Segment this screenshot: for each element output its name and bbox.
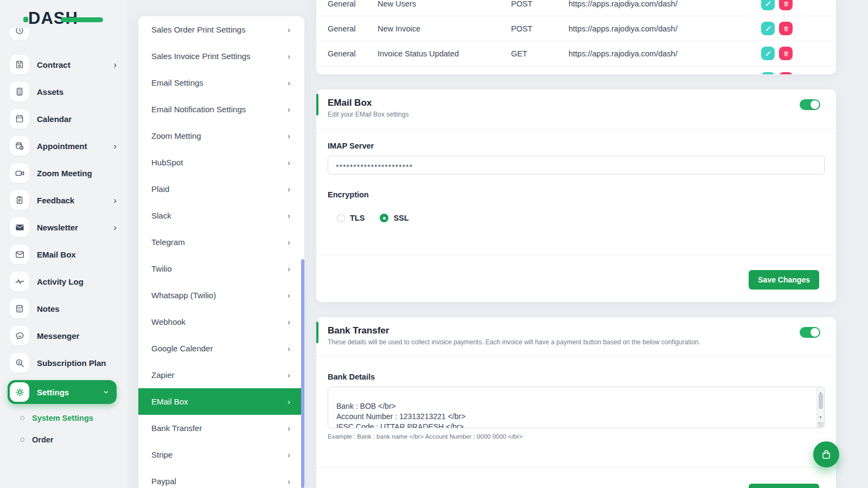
shop-fab-button[interactable]	[813, 441, 839, 467]
submenu-item[interactable]: Telegram	[138, 229, 304, 255]
bank-transfer-toggle[interactable]	[800, 327, 820, 338]
encryption-options: TLS SSL	[337, 214, 825, 222]
pencil-icon	[765, 1, 771, 7]
submenu-item[interactable]: Paypal	[138, 468, 304, 488]
sidebar-item[interactable]: $ Subscription Plan	[10, 353, 117, 373]
cell-module: General	[316, 0, 378, 8]
submenu-item-label: Zapier	[151, 370, 175, 380]
sidebar-item[interactable]: Appointment	[10, 136, 117, 156]
cell-module: General	[316, 49, 378, 58]
sidebar-item-label: Subscription Plan	[37, 358, 106, 368]
scroll-down-icon[interactable]	[817, 412, 824, 422]
sidebar-item-icon	[10, 190, 29, 210]
sidebar-item-icon	[10, 217, 29, 237]
submenu-item[interactable]: Sales Order Print Settings	[138, 16, 304, 43]
submenu-item[interactable]: Zapier	[138, 362, 304, 388]
bank-transfer-card: Bank Transfer These details will be used…	[316, 317, 836, 488]
submenu-item[interactable]: Slack	[138, 202, 304, 229]
radio-ssl[interactable]: SSL	[380, 214, 409, 222]
sidebar-item-icon	[10, 326, 29, 345]
submenu-item-label: Email Notification Settings	[151, 105, 246, 114]
submenu-item[interactable]: Sales Invoice Print Settings	[138, 43, 304, 69]
sidebar-item-label: Notes	[37, 304, 60, 313]
sidebar-item[interactable]: Contract	[10, 55, 117, 74]
cell-action: New Invoice	[378, 24, 511, 33]
edit-button[interactable]	[761, 72, 775, 75]
save-changes-button[interactable]: Save Changes	[749, 484, 819, 488]
sidebar-item-clipped[interactable]	[10, 28, 117, 40]
submenu-item-label: Email Settings	[151, 78, 203, 87]
submenu-item[interactable]: Stripe	[138, 441, 304, 468]
sidebar-settings-label: Settings	[37, 388, 69, 397]
submenu-item[interactable]: Email Notification Settings	[138, 96, 304, 123]
sidebar-subitem-system-settings[interactable]: System Settings	[20, 410, 117, 426]
settings-submenu-panel: Sales Order Print Settings Sales Invoice…	[138, 16, 304, 488]
submenu-item[interactable]: EMail Box	[138, 388, 304, 415]
chevron-right-icon	[288, 397, 290, 406]
sidebar-item[interactable]: Assets	[10, 82, 117, 101]
sidebar-item[interactable]: Zoom Meeting	[10, 163, 117, 183]
cell-action: Invoice Status Updated	[378, 49, 511, 58]
submenu-item[interactable]: Plaid	[138, 176, 304, 202]
radio-tls[interactable]: TLS	[337, 214, 365, 222]
delete-button[interactable]	[779, 22, 793, 35]
sidebar-item[interactable]: Feedback	[10, 190, 117, 210]
edit-button[interactable]	[761, 47, 775, 60]
submenu-item[interactable]: Webhook	[138, 309, 304, 335]
sidebar-item[interactable]: Calendar	[10, 109, 117, 129]
delete-button[interactable]	[779, 72, 793, 75]
sidebar-item-label: Assets	[37, 87, 63, 97]
submenu-item[interactable]: Zoom Metting	[138, 123, 304, 149]
sidebar-item[interactable]: Notes	[10, 299, 117, 318]
sidebar-item-label: Activity Log	[37, 277, 84, 286]
chevron-right-icon	[113, 60, 117, 69]
chevron-right-icon	[288, 105, 290, 114]
delete-button[interactable]	[779, 0, 793, 10]
resize-grip-icon[interactable]	[818, 422, 824, 427]
submenu-item-label: Stripe	[151, 450, 173, 459]
sidebar-item-icon	[10, 163, 29, 183]
table-row: General New Invoice POST https://apps.ra…	[316, 16, 836, 41]
email-box-toggle[interactable]	[800, 99, 820, 110]
sidebar: DASH Contract Assets Calendar	[0, 0, 127, 488]
save-changes-button[interactable]: Save Changes	[749, 270, 819, 290]
sidebar-item[interactable]: Messenger	[10, 326, 117, 345]
submenu-item[interactable]: HubSpot	[138, 149, 304, 176]
cell-method: POST	[511, 0, 569, 8]
bullet-icon	[20, 438, 24, 442]
sidebar-item-settings[interactable]: Settings	[8, 380, 117, 404]
sidebar-subitem-order[interactable]: Order	[20, 432, 117, 447]
chevron-right-icon	[113, 223, 117, 232]
submenu-item-label: Whatsapp (Twilio)	[151, 291, 216, 300]
bank-details-textarea[interactable]: Bank : BOB </br> Account Number : 123132…	[328, 387, 825, 428]
submenu-item[interactable]: Google Calender	[138, 335, 304, 362]
sidebar-item-icon	[10, 82, 29, 101]
chevron-right-icon	[288, 211, 290, 220]
submenu-item[interactable]: Email Settings	[138, 69, 304, 96]
toggle-knob	[810, 100, 819, 109]
submenu-item-label: Twilio	[151, 264, 172, 273]
edit-button[interactable]	[761, 22, 775, 35]
scrollbar-thumb[interactable]	[819, 394, 823, 409]
imap-server-input[interactable]	[328, 156, 825, 175]
submenu-item[interactable]: Bank Transfer	[138, 415, 304, 441]
submenu-item[interactable]: Whatsapp (Twilio)	[138, 282, 304, 309]
bank-details-label: Bank Details	[328, 373, 825, 381]
sidebar-item-label: Messenger	[37, 331, 79, 341]
email-box-footer: Save Changes	[316, 255, 836, 302]
sidebar-item[interactable]: Activity Log	[10, 272, 117, 291]
submenu-item[interactable]: Twilio	[138, 255, 304, 282]
submenu-scrollbar-thumb[interactable]	[301, 259, 304, 488]
chevron-right-icon	[288, 25, 290, 34]
chevron-right-icon	[288, 291, 290, 300]
sidebar-item[interactable]: EMail Box	[10, 245, 117, 264]
cell-module: General	[316, 24, 378, 33]
delete-button[interactable]	[779, 47, 793, 60]
chevron-right-icon	[288, 370, 290, 380]
cell-action: New Users	[378, 0, 511, 8]
bullet-icon	[20, 416, 24, 420]
submenu-item-label: Webhook	[151, 317, 186, 326]
edit-button[interactable]	[761, 0, 775, 10]
bank-details-value: Bank : BOB </br> Account Number : 123132…	[336, 402, 476, 428]
sidebar-item[interactable]: Newsletter	[10, 217, 117, 237]
